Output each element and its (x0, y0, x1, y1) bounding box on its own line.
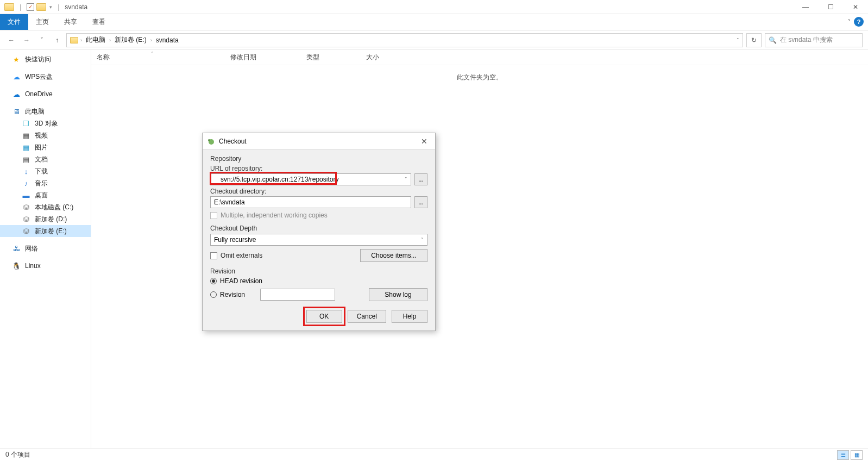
quick-access-toolbar: | ✓ ▾ | (0, 3, 62, 11)
sidebar-item-pc[interactable]: 🖥此电脑 (0, 105, 91, 117)
nav-forward-button[interactable]: → (21, 34, 33, 46)
sidebar-item-music[interactable]: ♪音乐 (0, 177, 91, 189)
qat-dropdown-icon[interactable]: ▾ (49, 4, 52, 10)
repository-url-input[interactable]: svn://5.tcp.vip.cpolar.cn:12713/reposito… (210, 173, 411, 185)
column-header-date[interactable]: 修改日期 (225, 53, 301, 62)
address-dropdown-icon[interactable]: ˅ (737, 38, 739, 43)
tab-share[interactable]: 共享 (56, 14, 85, 30)
sidebar-item-3d[interactable]: ❒3D 对象 (0, 117, 91, 129)
revision-radio[interactable] (210, 291, 217, 298)
navigation-bar: ← → ˅ ↑ › 此电脑 › 新加卷 (E:) › svndata ˅ ↻ 🔍… (0, 30, 868, 50)
sidebar-item-label: 新加卷 (E:) (35, 227, 67, 236)
sidebar-item-disk-c[interactable]: ⛁本地磁盘 (C:) (0, 201, 91, 213)
sidebar-item-label: 本地磁盘 (C:) (35, 203, 73, 212)
dialog-body: Repository URL of repository: svn://5.tc… (203, 149, 435, 331)
dialog-title: Checkout (219, 138, 247, 145)
depth-group-label: Checkout Depth (210, 225, 427, 232)
sidebar-item-disk-e[interactable]: ⛁新加卷 (E:) (0, 225, 91, 237)
chevron-down-icon[interactable]: ˅ (405, 177, 407, 182)
sidebar-item-label: 桌面 (35, 191, 48, 200)
dialog-close-button[interactable]: ✕ (418, 137, 431, 146)
column-header-type[interactable]: 类型 (301, 53, 361, 62)
view-details-button[interactable]: ☰ (837, 450, 849, 460)
chevron-right-icon[interactable]: › (150, 38, 152, 43)
chevron-right-icon[interactable]: › (80, 38, 82, 43)
help-button[interactable]: Help (392, 310, 427, 323)
maximize-button[interactable]: ☐ (818, 0, 843, 14)
revision-number-input[interactable] (260, 289, 335, 301)
view-large-icons-button[interactable]: ▦ (851, 450, 863, 460)
search-placeholder: 在 svndata 中搜索 (780, 35, 833, 45)
choose-items-button[interactable]: Choose items... (360, 249, 427, 262)
checkout-depth-select[interactable]: Fully recursive ˅ (210, 234, 427, 246)
folder-icon (70, 37, 78, 43)
sidebar-item-label: Linux (25, 262, 41, 270)
multiple-copies-label: Multiple, independent working copies (221, 211, 328, 219)
sidebar-item-video[interactable]: ▦视频 (0, 129, 91, 141)
checkout-directory-input[interactable]: E:\svndata (210, 196, 411, 208)
sidebar-item-label: 下载 (35, 167, 48, 176)
sidebar-item-pictures[interactable]: ▦图片 (0, 141, 91, 153)
chevron-down-icon[interactable]: ˅ (421, 237, 424, 242)
properties-icon[interactable]: ✓ (27, 3, 34, 11)
address-bar[interactable]: › 此电脑 › 新加卷 (E:) › svndata ˅ (66, 33, 743, 47)
sidebar-item-quick-access[interactable]: ★快速访问 (0, 53, 91, 65)
chevron-right-icon[interactable]: › (109, 38, 111, 43)
dialog-title-bar[interactable]: Checkout ✕ (203, 133, 435, 149)
ok-button[interactable]: OK (306, 310, 342, 323)
linux-icon: 🐧 (12, 261, 21, 270)
revision-row[interactable]: Revision (210, 291, 245, 298)
picture-icon: ▦ (22, 143, 30, 152)
network-icon: 🖧 (12, 244, 21, 253)
head-revision-row[interactable]: HEAD revision (210, 277, 427, 285)
breadcrumb-drive[interactable]: 新加卷 (E:) (113, 35, 148, 45)
show-log-button[interactable]: Show log (369, 288, 427, 301)
nav-recent-button[interactable]: ˅ (36, 34, 48, 46)
refresh-button[interactable]: ↻ (746, 33, 762, 47)
sidebar-item-onedrive[interactable]: ☁OneDrive (0, 88, 91, 100)
cancel-button[interactable]: Cancel (348, 310, 386, 323)
sidebar-item-label: 快速访问 (25, 55, 51, 64)
browse-url-button[interactable]: ... (414, 173, 427, 185)
video-icon: ▦ (22, 131, 30, 140)
pc-icon: 🖥 (12, 107, 21, 116)
multiple-copies-checkbox (210, 212, 217, 219)
directory-label: Checkout directory: (210, 188, 427, 195)
head-revision-label: HEAD revision (220, 277, 262, 285)
url-label: URL of repository: (210, 165, 427, 172)
repository-group-label: Repository (210, 155, 427, 163)
tab-home[interactable]: 主页 (28, 14, 56, 30)
close-button[interactable]: ✕ (843, 0, 868, 14)
column-header-name[interactable]: 名称˄ (91, 53, 225, 62)
sidebar-item-disk-d[interactable]: ⛁新加卷 (D:) (0, 213, 91, 225)
omit-externals-checkbox[interactable] (210, 252, 217, 259)
sidebar-item-label: 文档 (35, 155, 48, 164)
sort-indicator-icon: ˄ (151, 51, 154, 57)
sidebar-item-downloads[interactable]: ↓下载 (0, 165, 91, 177)
folder-icon-2 (36, 3, 46, 11)
ribbon-expand-icon[interactable]: ˅ (848, 18, 851, 24)
qat-separator-2: | (58, 3, 59, 11)
cloud-icon: ☁ (12, 72, 21, 81)
search-input[interactable]: 🔍 在 svndata 中搜索 (765, 33, 863, 47)
tab-file[interactable]: 文件 (0, 14, 28, 30)
help-icon[interactable]: ? (854, 17, 864, 27)
nav-back-button[interactable]: ← (5, 34, 17, 46)
download-icon: ↓ (22, 167, 30, 176)
column-header-size[interactable]: 大小 (361, 53, 404, 62)
breadcrumb-folder[interactable]: svndata (154, 36, 180, 44)
minimize-button[interactable]: — (793, 0, 818, 14)
nav-up-button[interactable]: ↑ (51, 34, 63, 46)
omit-externals-row[interactable]: Omit externals (210, 252, 262, 259)
sidebar-item-desktop[interactable]: ▬桌面 (0, 189, 91, 201)
search-icon: 🔍 (769, 36, 777, 44)
head-revision-radio[interactable] (210, 278, 217, 284)
sidebar-item-linux[interactable]: 🐧Linux (0, 260, 91, 272)
sidebar-item-label: 音乐 (35, 179, 48, 188)
breadcrumb-pc[interactable]: 此电脑 (84, 35, 107, 45)
tab-view[interactable]: 查看 (85, 14, 113, 30)
sidebar-item-network[interactable]: 🖧网络 (0, 242, 91, 254)
browse-directory-button[interactable]: ... (414, 196, 427, 208)
sidebar-item-wps[interactable]: ☁WPS云盘 (0, 71, 91, 83)
sidebar-item-documents[interactable]: ▤文档 (0, 153, 91, 165)
